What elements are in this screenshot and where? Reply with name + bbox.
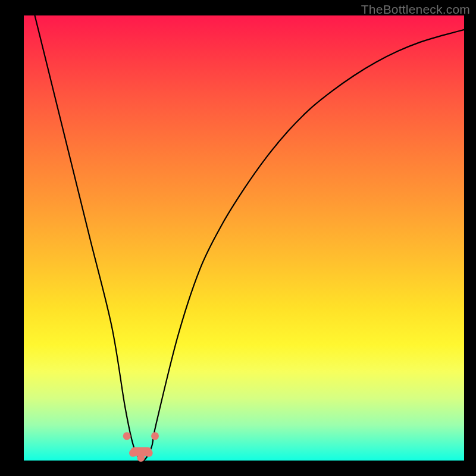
chart-frame: TheBottleneck.com (0, 0, 476, 476)
marker-group (123, 432, 159, 462)
plot-area (24, 15, 464, 461)
marker-dot (129, 449, 137, 457)
marker-dot (145, 449, 153, 457)
watermark-text: TheBottleneck.com (361, 2, 470, 17)
bottleneck-curve (24, 0, 464, 461)
marker-dot (151, 432, 159, 440)
marker-dot (137, 454, 145, 462)
marker-dot (123, 432, 131, 440)
chart-svg (24, 15, 464, 461)
